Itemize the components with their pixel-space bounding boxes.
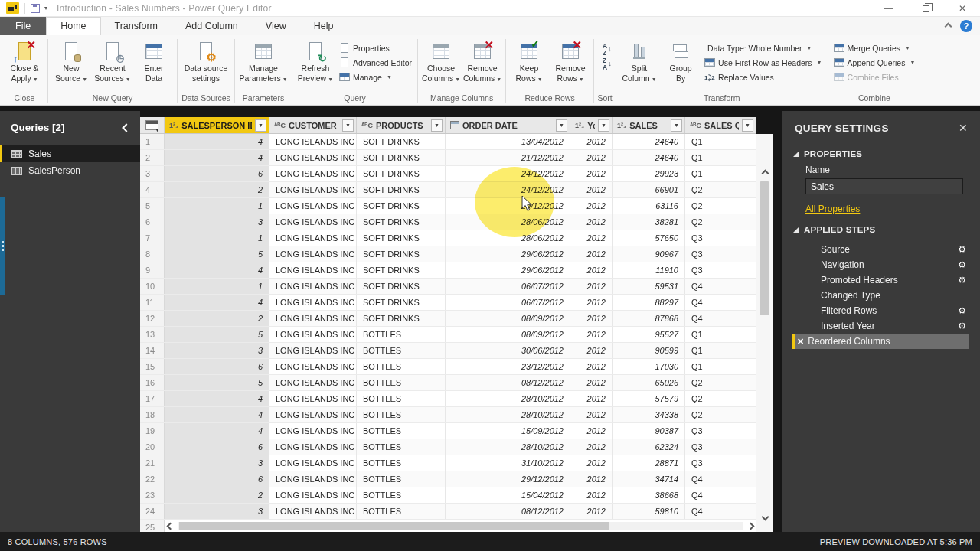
- remove-rowsbutton[interactable]: ✕Remove Rows▼: [550, 38, 590, 85]
- cell[interactable]: LONG ISLANDS INC: [270, 504, 357, 519]
- cell[interactable]: 28/10/2012: [446, 391, 570, 406]
- filter-dropdown-icon[interactable]: ▼: [431, 119, 443, 132]
- vertical-scroll-thumb[interactable]: [760, 181, 769, 315]
- step-settings-gear-icon[interactable]: ⚙: [958, 244, 966, 255]
- scroll-up-icon[interactable]: [761, 170, 769, 178]
- horizontal-scrollbar[interactable]: [165, 520, 756, 532]
- cell[interactable]: 2012: [570, 182, 612, 197]
- column-header-products[interactable]: ᴬᴮCPRODUCTS▼: [357, 117, 446, 133]
- cell[interactable]: BOTTLES: [357, 504, 446, 519]
- replace-values-button[interactable]: 1⤸2Replace Values: [702, 71, 824, 83]
- cell[interactable]: 1: [165, 230, 270, 246]
- use-first-row-as-headers-button[interactable]: Use First Row as Headers▼: [702, 57, 824, 68]
- append-queries-button[interactable]: Append Queries▼: [831, 57, 918, 68]
- cell[interactable]: Q1: [685, 343, 756, 358]
- cell[interactable]: 29/12/2012: [446, 471, 570, 487]
- cell[interactable]: Q3: [685, 439, 756, 455]
- properties-button[interactable]: Properties: [337, 42, 414, 54]
- column-header-order-date[interactable]: ORDER DATE▼: [446, 117, 570, 133]
- cell[interactable]: 65026: [612, 375, 685, 390]
- cell[interactable]: LONG ISLANDS INC: [270, 423, 357, 439]
- cell[interactable]: 2012: [570, 504, 612, 519]
- applied-steps-section-header[interactable]: APPLIED STEPS: [782, 217, 980, 239]
- cell[interactable]: 28/10/2012: [446, 439, 570, 455]
- cell[interactable]: SOFT DRINKS: [357, 134, 446, 149]
- cell[interactable]: 4: [165, 262, 270, 278]
- cell[interactable]: LONG ISLANDS INC: [270, 214, 357, 230]
- tab-file[interactable]: File: [0, 17, 46, 35]
- cell[interactable]: SOFT DRINKS: [357, 214, 446, 230]
- properties-section-header[interactable]: PROPERTIES: [782, 142, 980, 163]
- cell[interactable]: 08/09/2012: [446, 327, 570, 342]
- cell[interactable]: 4: [165, 295, 270, 310]
- cell[interactable]: 28871: [612, 455, 685, 471]
- column-header-sales-qtr[interactable]: ᴬᴮCSALES QTR▼: [685, 117, 756, 133]
- cell[interactable]: 57579: [612, 391, 685, 406]
- cell[interactable]: 06/07/2012: [446, 279, 570, 294]
- cell[interactable]: BOTTLES: [357, 391, 446, 406]
- cell[interactable]: 2012: [570, 391, 612, 406]
- applied-step-inserted-year[interactable]: Inserted Year⚙: [805, 318, 969, 334]
- cell[interactable]: BOTTLES: [357, 407, 446, 422]
- column-header-salesperson-id[interactable]: 1²₃SALESPERSON ID▼: [165, 117, 270, 133]
- column-header-customer[interactable]: ᴬᴮCCUSTOMER▼: [270, 117, 357, 133]
- delete-step-icon[interactable]: ✕: [797, 337, 804, 347]
- cell[interactable]: Q1: [685, 166, 756, 181]
- merge-queries-button[interactable]: Merge Queries▼: [831, 42, 918, 54]
- cell[interactable]: 2012: [570, 166, 612, 181]
- cell[interactable]: 38281: [612, 214, 685, 230]
- scroll-down-icon[interactable]: [761, 514, 769, 521]
- cell[interactable]: 2012: [570, 150, 612, 165]
- step-settings-gear-icon[interactable]: ⚙: [958, 321, 966, 331]
- cell[interactable]: LONG ISLANDS INC: [270, 182, 357, 197]
- cell[interactable]: SOFT DRINKS: [357, 230, 446, 246]
- cell[interactable]: 90387: [612, 423, 685, 439]
- cell[interactable]: SOFT DRINKS: [357, 311, 446, 326]
- cell[interactable]: 29/06/2012: [446, 246, 570, 262]
- tab-add-column[interactable]: Add Column: [172, 18, 252, 35]
- cell[interactable]: 2012: [570, 487, 612, 503]
- cell[interactable]: 29/06/2012: [446, 262, 570, 278]
- cell[interactable]: LONG ISLANDS INC: [270, 295, 357, 310]
- cell[interactable]: LONG ISLANDS INC: [270, 134, 357, 149]
- recent-sourcesbutton[interactable]: ◷Recent Sources▼: [93, 38, 132, 85]
- all-properties-link[interactable]: All Properties: [805, 204, 860, 214]
- cell[interactable]: LONG ISLANDS INC: [270, 471, 357, 487]
- cell[interactable]: BOTTLES: [357, 343, 446, 358]
- vertical-scrollbar[interactable]: [756, 134, 773, 536]
- applied-step-navigation[interactable]: Navigation⚙: [805, 257, 969, 272]
- cell[interactable]: BOTTLES: [357, 327, 446, 342]
- cell[interactable]: 28/10/2012: [446, 407, 570, 422]
- data-source-settingsbutton[interactable]: ⚙Data source settings: [181, 38, 231, 85]
- refresh-previewbutton[interactable]: ↻Refresh Preview▼: [296, 38, 335, 85]
- save-icon[interactable]: [31, 4, 40, 13]
- tab-view[interactable]: View: [252, 18, 300, 35]
- scroll-right-icon[interactable]: [747, 522, 755, 530]
- applied-step-filtered-rows[interactable]: Filtered Rows⚙: [805, 303, 969, 318]
- cell[interactable]: 21/12/2012: [446, 150, 570, 165]
- cell[interactable]: 2012: [570, 311, 612, 326]
- cell[interactable]: 2012: [570, 262, 612, 278]
- cell[interactable]: 34338: [612, 407, 685, 422]
- cell[interactable]: 4: [165, 423, 270, 439]
- cell[interactable]: 28/06/2012: [446, 230, 570, 246]
- close-button[interactable]: ✕: [959, 3, 966, 14]
- restore-button[interactable]: [923, 5, 929, 12]
- cell[interactable]: 2012: [570, 214, 612, 230]
- choose-columnsbutton[interactable]: Choose Columns▼: [421, 38, 461, 85]
- cell[interactable]: Q3: [685, 230, 756, 246]
- filter-dropdown-icon[interactable]: ▼: [255, 119, 266, 132]
- cell[interactable]: 2012: [570, 343, 612, 358]
- cell[interactable]: LONG ISLANDS INC: [270, 279, 357, 294]
- cell[interactable]: LONG ISLANDS INC: [270, 391, 357, 406]
- filter-dropdown-icon[interactable]: ▼: [598, 119, 609, 132]
- cell[interactable]: BOTTLES: [357, 423, 446, 439]
- cell[interactable]: 2012: [570, 198, 612, 214]
- cell[interactable]: 90967: [612, 246, 685, 262]
- cell[interactable]: 2012: [570, 134, 612, 149]
- cell[interactable]: Q4: [685, 311, 756, 326]
- cell[interactable]: 3: [165, 214, 270, 230]
- scroll-left-icon[interactable]: [167, 522, 175, 530]
- group-bybutton[interactable]: Group By: [661, 38, 701, 85]
- cell[interactable]: 4: [165, 134, 270, 149]
